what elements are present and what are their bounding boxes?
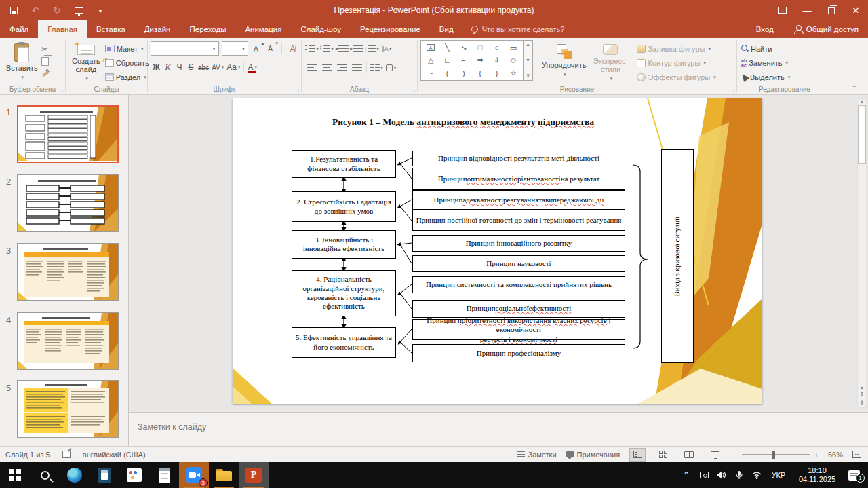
comments-toggle[interactable]: Примечания	[566, 451, 620, 459]
text-box-shape-icon[interactable]: A	[427, 44, 435, 51]
keyboard-language[interactable]: УКР	[766, 471, 791, 479]
quick-styles-button[interactable]: Экспресс-стили ▾	[589, 40, 631, 83]
close-icon[interactable]: ✕	[844, 0, 868, 20]
block-arrow-right-icon[interactable]: ⇒	[477, 56, 484, 64]
grow-font-icon[interactable]: A	[251, 42, 262, 56]
columns-icon[interactable]: ▾	[369, 60, 384, 75]
zoom-in-icon[interactable]: +	[814, 451, 818, 459]
shape-misc-icon[interactable]: ◇	[511, 56, 516, 64]
clipboard-dialog-launcher-icon[interactable]: ⌟	[60, 87, 63, 93]
slide-thumbnail-2[interactable]	[17, 174, 119, 232]
replace-button[interactable]: abacЗаменить▾	[740, 56, 829, 70]
zoom-level[interactable]: 66%	[828, 451, 843, 459]
brace-left-shape-icon[interactable]: {	[479, 69, 481, 77]
slide-thumbnail-4[interactable]	[17, 312, 119, 370]
tab-transitions[interactable]: Переходы	[180, 20, 235, 38]
undo-icon[interactable]: ↶	[30, 5, 41, 16]
triangle-shape-icon[interactable]: △	[428, 56, 433, 64]
scroll-up-icon[interactable]: ▲	[860, 99, 865, 104]
zoom-slider[interactable]	[742, 454, 810, 455]
diagram-box-right-8[interactable]: Принцип соціальної ефективності	[412, 300, 625, 318]
arrange-button[interactable]: Упорядочить ▾	[538, 40, 589, 83]
shapes-gallery-scroll[interactable]: ▲▼⊽	[524, 40, 533, 81]
tab-insert[interactable]: Вставка	[87, 20, 135, 38]
arrow-shape-icon[interactable]: ↘	[460, 43, 467, 52]
underline-button[interactable]: Ч	[174, 60, 185, 74]
diagram-box-left-4[interactable]: 4. Раціональність організаційної структу…	[292, 270, 396, 316]
line-shape-icon[interactable]: ╲	[445, 43, 450, 52]
slide-thumbnail-1[interactable]	[17, 105, 119, 163]
diagram-box-right-9[interactable]: Принцип пріоритетності використання влас…	[412, 319, 625, 340]
convert-smartart-icon[interactable]: ▾	[384, 60, 399, 75]
notes-pane[interactable]: Заметки к слайду	[129, 412, 868, 446]
zoom-slider-thumb[interactable]	[772, 451, 775, 459]
tab-review[interactable]: Рецензирование	[351, 20, 430, 38]
character-spacing-button[interactable]: AV▾	[210, 60, 225, 74]
diagram-box-left-3[interactable]: 3. Інноваційність і інноваційна ефективн…	[292, 230, 396, 259]
wifi-icon[interactable]	[748, 472, 766, 479]
figure-caption[interactable]: Рисунок 1 – Модель антикризового менеджм…	[253, 117, 673, 128]
notes-toggle[interactable]: Заметки	[517, 451, 557, 459]
customize-qat-icon[interactable]: ▾	[95, 5, 106, 16]
save-icon[interactable]	[8, 5, 19, 16]
diagram-box-right-5[interactable]: Принцип інноваційного розвитку	[412, 235, 625, 252]
tab-slideshow[interactable]: Слайд-шоу	[291, 20, 351, 38]
taskbar-search-button[interactable]	[30, 462, 60, 488]
previous-slide-icon[interactable]: ⇞	[859, 390, 865, 399]
tab-view[interactable]: Вид	[430, 20, 463, 38]
tab-file[interactable]: Файл	[0, 20, 38, 38]
text-shadow-button[interactable]: abc	[197, 60, 210, 74]
diagram-box-left-5[interactable]: 5. Ефективність управління та його еконо…	[292, 327, 396, 358]
microphone-icon[interactable]	[730, 471, 748, 480]
taskbar-explorer-button[interactable]	[209, 462, 239, 488]
format-painter-icon[interactable]	[41, 69, 50, 77]
font-dialog-launcher-icon[interactable]: ⌟	[296, 87, 299, 93]
strikethrough-button[interactable]: S	[185, 60, 197, 74]
vertical-scrollbar[interactable]: ▲ ▼ ⇞ ⇟	[857, 98, 867, 408]
oval-shape-icon[interactable]: ○	[494, 43, 499, 52]
taskbar-paint-button[interactable]	[119, 462, 149, 488]
increase-indent-icon[interactable]: ▸	[349, 41, 364, 56]
elbow2-shape-icon[interactable]: ⌐	[462, 56, 466, 64]
slide-sorter-view-button[interactable]	[655, 448, 671, 462]
slide-thumbnail-3[interactable]	[17, 243, 119, 301]
tab-animations[interactable]: Анимация	[235, 20, 291, 38]
language-status[interactable]: английский (США)	[83, 451, 146, 459]
align-center-icon[interactable]	[319, 60, 334, 75]
sign-in-button[interactable]: Вход	[745, 20, 785, 38]
taskbar-edge-button[interactable]	[60, 462, 90, 488]
zoom-out-icon[interactable]: −	[732, 451, 736, 459]
shapes-gallery[interactable]: A ╲ ↘ □ ○ ▭ △ ∟ ⌐ ⇒ ⇓ ◇ ~ ( ) { }	[420, 40, 524, 81]
scribble-shape-icon[interactable]: ~	[429, 69, 433, 77]
font-color-button[interactable]: А▾	[246, 60, 258, 74]
speaker-icon[interactable]	[713, 471, 730, 479]
decrease-indent-icon[interactable]: ◂	[334, 41, 349, 56]
reset-button[interactable]: Сбросить	[104, 56, 151, 70]
tab-design[interactable]: Дизайн	[135, 20, 180, 38]
change-case-button[interactable]: Aa▾	[225, 60, 241, 74]
diagram-box-right-4[interactable]: Принцип постійної готовності до змін і т…	[412, 210, 625, 231]
tray-overflow-icon[interactable]: ⌃	[677, 470, 695, 480]
scroll-down-icon[interactable]: ▼	[860, 386, 865, 390]
start-button[interactable]	[0, 462, 30, 488]
brace-right-shape-icon[interactable]: }	[496, 69, 498, 77]
numbering-icon[interactable]: ▾	[319, 41, 334, 56]
diagram-box-right-6[interactable]: Принцип науковості	[412, 255, 625, 272]
diagram-box-right-3[interactable]: Принцип адекватності реагування та випер…	[412, 190, 625, 210]
justify-icon[interactable]	[349, 60, 364, 75]
taskbar-powerpoint-button[interactable]: P	[239, 462, 269, 488]
italic-button[interactable]: К	[162, 60, 174, 74]
collapse-ribbon-icon[interactable]: ⌃	[852, 84, 857, 92]
shape-effects-button[interactable]: Эффекты фигуры▾	[635, 70, 717, 84]
diagram-box-right-2[interactable]: Принцип оптимальності орієнтованості на …	[412, 168, 625, 190]
block-arrow-down-icon[interactable]: ⇓	[494, 56, 500, 64]
diagram-box-right-7[interactable]: Принцип системності та комплексності при…	[412, 276, 625, 293]
restore-icon[interactable]	[819, 0, 844, 20]
start-slideshow-icon[interactable]	[73, 5, 84, 16]
normal-view-button[interactable]	[629, 448, 646, 462]
section-button[interactable]: Раздел▾	[104, 70, 151, 84]
fit-slide-to-window-icon[interactable]	[852, 451, 861, 458]
taskbar-calculator-button[interactable]	[90, 462, 119, 488]
diagram-box-left-1[interactable]: 1.Результативність та фінансова стабільн…	[292, 150, 396, 178]
align-left-icon[interactable]	[304, 60, 319, 75]
